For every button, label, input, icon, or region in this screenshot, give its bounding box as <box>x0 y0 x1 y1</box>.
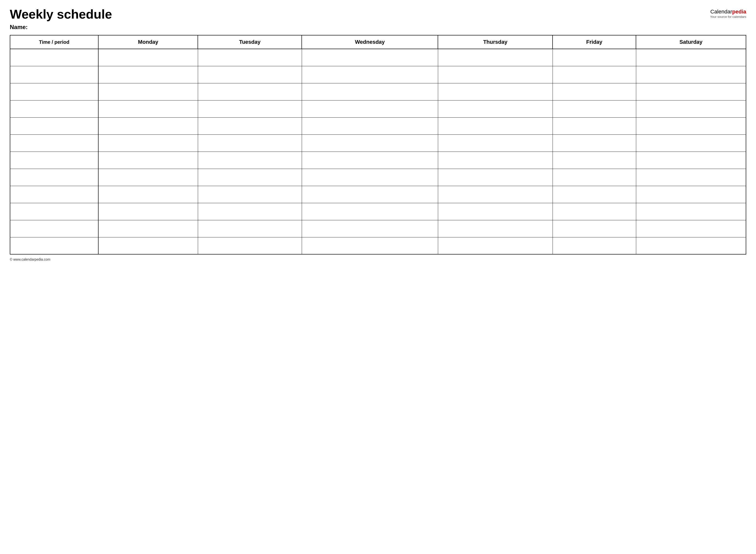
schedule-cell[interactable] <box>636 169 746 186</box>
schedule-cell[interactable] <box>438 169 552 186</box>
time-cell[interactable] <box>10 66 98 83</box>
schedule-cell[interactable] <box>198 237 302 254</box>
schedule-cell[interactable] <box>198 203 302 220</box>
schedule-cell[interactable] <box>302 186 438 203</box>
logo-calendar-part: Calendar <box>710 9 732 15</box>
time-cell[interactable] <box>10 169 98 186</box>
schedule-cell[interactable] <box>552 152 636 169</box>
schedule-cell[interactable] <box>98 203 198 220</box>
schedule-cell[interactable] <box>552 134 636 152</box>
schedule-cell[interactable] <box>198 117 302 134</box>
schedule-cell[interactable] <box>552 237 636 254</box>
schedule-cell[interactable] <box>438 117 552 134</box>
logo-text: Calendarpedia <box>710 9 746 15</box>
schedule-cell[interactable] <box>198 152 302 169</box>
schedule-cell[interactable] <box>302 203 438 220</box>
time-cell[interactable] <box>10 203 98 220</box>
schedule-cell[interactable] <box>552 186 636 203</box>
schedule-cell[interactable] <box>98 49 198 66</box>
table-row <box>10 66 746 83</box>
schedule-body <box>10 49 746 254</box>
time-cell[interactable] <box>10 117 98 134</box>
schedule-cell[interactable] <box>636 134 746 152</box>
schedule-cell[interactable] <box>198 134 302 152</box>
schedule-cell[interactable] <box>302 117 438 134</box>
schedule-cell[interactable] <box>302 152 438 169</box>
schedule-cell[interactable] <box>198 66 302 83</box>
logo-container: Calendarpedia Your source for calendars <box>710 9 746 18</box>
time-cell[interactable] <box>10 220 98 237</box>
footer: © www.calendarpedia.com <box>10 258 746 261</box>
schedule-cell[interactable] <box>198 186 302 203</box>
schedule-cell[interactable] <box>552 117 636 134</box>
schedule-cell[interactable] <box>552 203 636 220</box>
schedule-cell[interactable] <box>636 100 746 117</box>
time-cell[interactable] <box>10 83 98 100</box>
schedule-cell[interactable] <box>302 169 438 186</box>
schedule-cell[interactable] <box>438 186 552 203</box>
schedule-cell[interactable] <box>198 169 302 186</box>
schedule-cell[interactable] <box>98 100 198 117</box>
schedule-cell[interactable] <box>98 169 198 186</box>
schedule-cell[interactable] <box>302 134 438 152</box>
schedule-cell[interactable] <box>302 220 438 237</box>
schedule-cell[interactable] <box>98 83 198 100</box>
time-cell[interactable] <box>10 152 98 169</box>
schedule-cell[interactable] <box>438 49 552 66</box>
schedule-cell[interactable] <box>636 83 746 100</box>
schedule-cell[interactable] <box>198 220 302 237</box>
schedule-cell[interactable] <box>636 66 746 83</box>
schedule-cell[interactable] <box>636 203 746 220</box>
schedule-cell[interactable] <box>636 220 746 237</box>
table-row <box>10 152 746 169</box>
schedule-cell[interactable] <box>552 100 636 117</box>
schedule-cell[interactable] <box>98 220 198 237</box>
schedule-cell[interactable] <box>98 237 198 254</box>
time-cell[interactable] <box>10 49 98 66</box>
schedule-table: Time / period Monday Tuesday Wednesday T… <box>10 35 746 255</box>
schedule-cell[interactable] <box>636 49 746 66</box>
table-header-row: Time / period Monday Tuesday Wednesday T… <box>10 35 746 49</box>
schedule-cell[interactable] <box>302 66 438 83</box>
col-header-wednesday: Wednesday <box>302 35 438 49</box>
schedule-cell[interactable] <box>552 66 636 83</box>
schedule-cell[interactable] <box>552 83 636 100</box>
schedule-cell[interactable] <box>98 134 198 152</box>
schedule-cell[interactable] <box>438 220 552 237</box>
schedule-cell[interactable] <box>438 203 552 220</box>
schedule-cell[interactable] <box>438 66 552 83</box>
col-header-saturday: Saturday <box>636 35 746 49</box>
schedule-cell[interactable] <box>302 83 438 100</box>
schedule-cell[interactable] <box>552 169 636 186</box>
time-cell[interactable] <box>10 237 98 254</box>
schedule-cell[interactable] <box>98 152 198 169</box>
schedule-cell[interactable] <box>636 152 746 169</box>
page-header: Weekly schedule Calendarpedia Your sourc… <box>10 7 746 21</box>
schedule-cell[interactable] <box>438 100 552 117</box>
schedule-cell[interactable] <box>552 220 636 237</box>
schedule-cell[interactable] <box>438 134 552 152</box>
schedule-cell[interactable] <box>438 83 552 100</box>
schedule-cell[interactable] <box>198 100 302 117</box>
table-row <box>10 237 746 254</box>
schedule-cell[interactable] <box>198 49 302 66</box>
schedule-cell[interactable] <box>302 100 438 117</box>
schedule-cell[interactable] <box>636 117 746 134</box>
schedule-cell[interactable] <box>636 237 746 254</box>
table-row <box>10 117 746 134</box>
time-cell[interactable] <box>10 100 98 117</box>
schedule-cell[interactable] <box>302 237 438 254</box>
col-header-time: Time / period <box>10 35 98 49</box>
schedule-cell[interactable] <box>302 49 438 66</box>
schedule-cell[interactable] <box>552 49 636 66</box>
schedule-cell[interactable] <box>636 186 746 203</box>
schedule-cell[interactable] <box>438 152 552 169</box>
time-cell[interactable] <box>10 134 98 152</box>
time-cell[interactable] <box>10 186 98 203</box>
schedule-cell[interactable] <box>98 66 198 83</box>
schedule-cell[interactable] <box>198 83 302 100</box>
schedule-cell[interactable] <box>98 186 198 203</box>
schedule-cell[interactable] <box>98 117 198 134</box>
schedule-cell[interactable] <box>438 237 552 254</box>
col-header-thursday: Thursday <box>438 35 552 49</box>
